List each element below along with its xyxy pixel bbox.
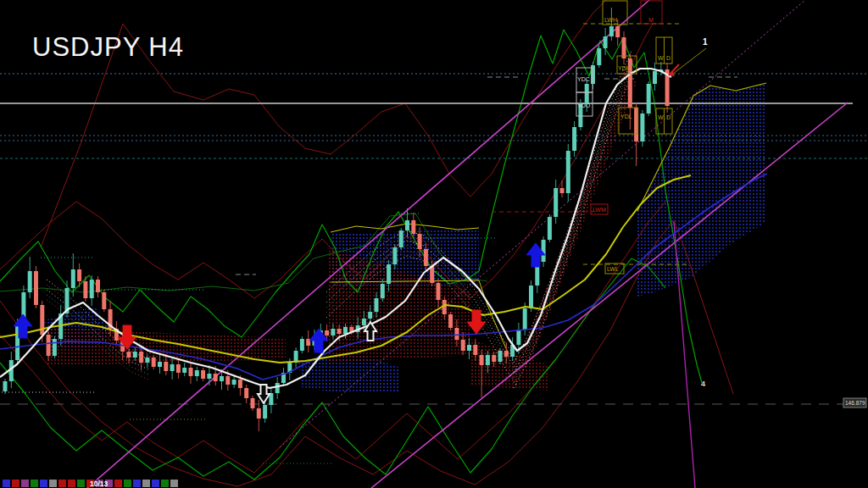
candle-down [83,281,87,298]
candle-down [473,345,477,355]
level-box-label: D [666,55,670,61]
candle-down [176,364,181,373]
candle-up [653,71,657,84]
candle-down [152,358,156,367]
candle-down [411,220,415,234]
level-box-label: W [658,55,664,61]
strip-cell [133,480,141,487]
chart-canvas[interactable]: LWHMWDYDHYDCYDOYDLWDLWMLWL 14146.879 10/… [0,0,868,488]
candle-up [585,84,589,104]
candle-down [448,314,453,328]
strip-cell [170,480,178,487]
price-tag-value: 146.879 [845,400,865,406]
level-box-label: M [648,17,654,23]
candle-up [362,319,366,325]
level-box-label: LWL [607,266,619,272]
candle-down [214,374,218,381]
strip-cell [142,480,150,487]
candle-up [28,271,32,292]
candle-up [220,376,224,381]
strip-cell [21,480,29,487]
candle-up [182,368,186,373]
candle-up [207,374,211,379]
candle-up [529,286,533,308]
candle-up [170,364,175,371]
candle-down [437,283,441,300]
level-box-label: YDH [618,65,631,71]
strip-cell [31,480,38,487]
level-box-label: YDL [620,114,632,119]
strip-counter: 10/13 [90,480,108,488]
candle-up [275,383,280,393]
strip-cell [77,480,85,487]
bar-number-label: 1 [703,37,708,47]
strip-cell [58,480,66,487]
candle-up [381,284,385,298]
candle-up [392,247,397,264]
candle-down [77,269,81,281]
candle-up [498,351,503,362]
candle-up [232,380,236,385]
candle-down [238,380,242,388]
symbol-title: USDJPY H4 [32,32,184,63]
candle-down [461,340,465,351]
strip-cell [49,480,57,487]
candle-up [609,26,614,36]
candle-up [467,345,471,351]
candle-up [572,127,576,151]
candle-up [343,327,348,334]
candle-down [418,234,422,249]
level-box-label: D [666,114,670,120]
candle-up [597,48,601,65]
candle-up [523,308,527,330]
candle-down [560,188,565,193]
candle-up [604,36,608,48]
candle-up [548,217,552,240]
candle-up [158,362,162,367]
candle-up [554,188,558,217]
candle-down [615,26,620,37]
candle-down [225,376,230,385]
candle-up [53,339,57,356]
candle-up [145,358,149,363]
candle-down [622,37,626,58]
candle-up [640,114,644,141]
candle-down [337,329,342,334]
candle-down [251,398,255,408]
candle-down [480,355,484,365]
candle-down [102,292,106,309]
candle-up [90,280,94,298]
channel-yellow-drop [479,280,509,354]
level-box-label: LWH [604,17,617,23]
candle-up [375,298,379,312]
candle-down [424,249,428,266]
candle-down [257,408,261,419]
candle-down [454,328,459,340]
strip-cell [68,480,75,487]
strip-cell [12,480,19,487]
candle-up [331,329,335,336]
ribbon-dotted [514,54,632,368]
ribbon-dotted [514,49,632,363]
candle-up [71,269,75,288]
level-box-label: YDC [577,76,590,82]
candle-down [201,370,205,379]
candle-down [164,362,168,371]
candle-up [566,151,570,193]
candle-down [96,280,100,292]
candle-up [486,355,490,365]
candle-down [189,368,193,376]
strip-cell [40,480,47,487]
cloud-navy [637,83,766,297]
strip-cell [114,480,122,487]
strip-cell [152,480,159,487]
strip-cell [161,480,169,487]
level-box-label: LWM [593,207,606,213]
candle-up [516,330,520,345]
level-box-label: YDO [577,103,591,108]
candle-up [387,264,391,284]
candle-up [405,220,409,230]
candle-down [504,351,509,357]
candle-up [263,405,267,419]
level-box-label: W [658,114,664,120]
